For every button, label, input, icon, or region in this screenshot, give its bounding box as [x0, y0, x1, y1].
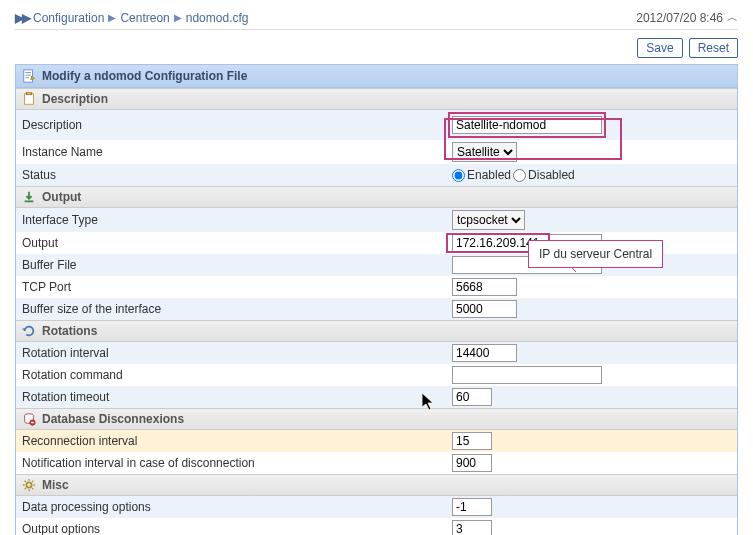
input-reconnection-interval[interactable]	[452, 432, 492, 450]
input-rotation-timeout[interactable]	[452, 388, 492, 406]
label-data-processing: Data processing options	[22, 500, 452, 514]
radio-disabled[interactable]: Disabled	[513, 168, 575, 182]
section-description-label: Description	[42, 92, 108, 106]
row-notification-interval: Notification interval in case of disconn…	[16, 452, 737, 474]
label-status: Status	[22, 168, 452, 182]
highlight-box-instance	[444, 118, 622, 160]
svg-rect-1	[25, 94, 34, 105]
row-description: Description	[16, 110, 737, 140]
row-data-processing: Data processing options	[16, 496, 737, 518]
label-buffer-size: Buffer size of the interface	[22, 302, 452, 316]
section-misc-label: Misc	[42, 478, 69, 492]
section-rotations-label: Rotations	[42, 324, 97, 338]
timestamp: 2012/07/20 8:46	[636, 11, 723, 25]
section-misc: Misc	[16, 474, 737, 496]
input-rotation-command[interactable]	[452, 366, 602, 384]
breadcrumb-item-ndomod[interactable]: ndomod.cfg	[186, 11, 249, 25]
row-output-options: Output options	[16, 518, 737, 535]
section-output-label: Output	[42, 190, 81, 204]
row-rotation-command: Rotation command	[16, 364, 737, 386]
rotate-icon	[22, 324, 36, 338]
label-rotation-command: Rotation command	[22, 368, 452, 382]
input-buffer-size[interactable]	[452, 300, 517, 318]
config-panel: Modify a ndomod Configuration File Descr…	[15, 64, 738, 535]
label-reconnection-interval: Reconnection interval	[22, 434, 452, 448]
breadcrumb: ▶▶ Configuration ▶ Centreon ▶ ndomod.cfg…	[15, 10, 738, 30]
chevron-right-icon: ▶	[174, 12, 182, 23]
section-database: Database Disconnexions	[16, 408, 737, 430]
toolbar-top: Save Reset	[15, 38, 738, 58]
label-notification-interval: Notification interval in case of disconn…	[22, 456, 452, 470]
label-output-options: Output options	[22, 522, 452, 535]
row-rotation-interval: Rotation interval	[16, 342, 737, 364]
breadcrumb-item-configuration[interactable]: Configuration	[33, 11, 104, 25]
radio-enabled[interactable]: Enabled	[452, 168, 511, 182]
label-description: Description	[22, 118, 452, 132]
label-tcp-port: TCP Port	[22, 280, 452, 294]
input-data-processing[interactable]	[452, 498, 492, 516]
label-rotation-timeout: Rotation timeout	[22, 390, 452, 404]
section-rotations: Rotations	[16, 320, 737, 342]
gear-icon	[22, 478, 36, 492]
panel-title-bar: Modify a ndomod Configuration File	[16, 65, 737, 88]
file-edit-icon	[22, 69, 36, 83]
chevron-right-icon: ▶	[108, 12, 116, 23]
reset-button[interactable]: Reset	[689, 38, 738, 58]
label-output: Output	[22, 236, 452, 250]
download-icon	[22, 190, 36, 204]
row-tcp-port: TCP Port	[16, 276, 737, 298]
breadcrumb-home-icon[interactable]: ▶▶	[15, 11, 29, 25]
svg-rect-2	[26, 92, 31, 95]
save-button[interactable]: Save	[637, 38, 682, 58]
clipboard-icon	[22, 92, 36, 106]
input-tcp-port[interactable]	[452, 278, 517, 296]
section-description: Description	[16, 88, 737, 110]
row-status: Status Enabled Disabled	[16, 164, 737, 186]
input-rotation-interval[interactable]	[452, 344, 517, 362]
section-output: Output	[16, 186, 737, 208]
row-reconnection-interval: Reconnection interval	[16, 430, 737, 452]
row-instance-name: Instance Name Satellite	[16, 140, 737, 164]
input-notification-interval[interactable]	[452, 454, 492, 472]
row-interface-type: Interface Type tcpsocket	[16, 208, 737, 232]
label-instance-name: Instance Name	[22, 145, 452, 159]
callout-text: IP du serveur Central	[539, 247, 652, 261]
callout-box: IP du serveur Central	[528, 240, 663, 268]
section-database-label: Database Disconnexions	[42, 412, 184, 426]
select-interface-type[interactable]: tcpsocket	[452, 210, 525, 230]
svg-rect-3	[25, 201, 34, 203]
input-output-options[interactable]	[452, 520, 492, 535]
database-disconnect-icon	[22, 412, 36, 426]
collapse-up-icon[interactable]: ︿	[727, 10, 738, 25]
row-rotation-timeout: Rotation timeout	[16, 386, 737, 408]
label-rotation-interval: Rotation interval	[22, 346, 452, 360]
panel-title-text: Modify a ndomod Configuration File	[42, 69, 247, 83]
label-interface-type: Interface Type	[22, 213, 452, 227]
breadcrumb-item-centreon[interactable]: Centreon	[120, 11, 169, 25]
label-buffer-file: Buffer File	[22, 258, 452, 272]
svg-point-9	[26, 482, 31, 487]
row-buffer-size: Buffer size of the interface	[16, 298, 737, 320]
